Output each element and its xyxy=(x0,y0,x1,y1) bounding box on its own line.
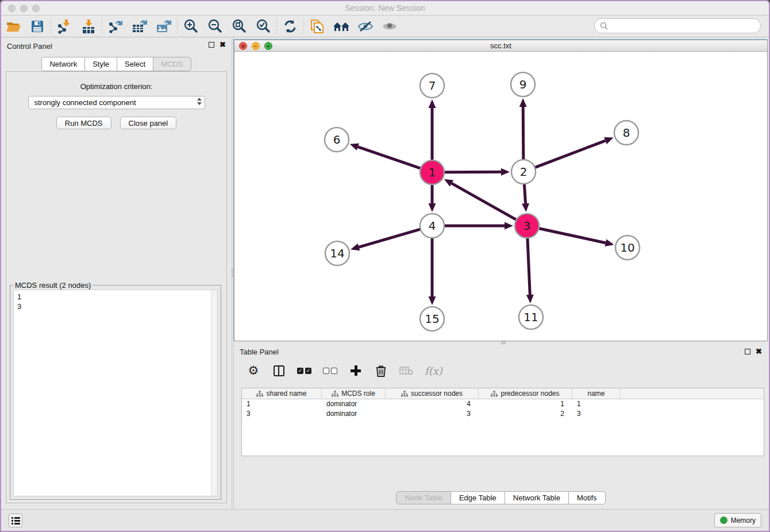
cell-shared-name[interactable]: 3 xyxy=(242,409,322,419)
toolbar-separator xyxy=(276,18,277,34)
import-network-icon[interactable] xyxy=(52,18,76,35)
node-table[interactable]: shared nameMCDS rolesuccessor nodesprede… xyxy=(241,388,764,456)
toolbar-separator xyxy=(177,18,178,34)
result-scrollbar[interactable] xyxy=(211,290,217,496)
column-header-predecessor-nodes[interactable]: predecessor nodes xyxy=(479,388,572,399)
cell-name[interactable]: 3 xyxy=(572,409,621,419)
network-graph[interactable]: 7968124314101511 xyxy=(234,52,768,341)
edge-3-10[interactable] xyxy=(539,228,606,242)
cell-successor-nodes[interactable]: 3 xyxy=(386,409,479,419)
edge-arrow xyxy=(519,98,527,107)
app-window: Session: New Session xyxy=(0,0,770,532)
save-session-icon[interactable] xyxy=(25,18,49,35)
open-file-icon[interactable] xyxy=(1,18,25,35)
main-toolbar xyxy=(1,16,769,37)
tab-network-table[interactable]: Network Table xyxy=(505,491,569,504)
control-panel-tabs: NetworkStyleSelectMCDS xyxy=(1,57,232,71)
column-view-icon[interactable] xyxy=(272,364,286,377)
edge-2-3[interactable] xyxy=(524,184,525,203)
show-all-icon[interactable] xyxy=(378,18,402,35)
edge-4-14[interactable] xyxy=(359,229,420,247)
tab-select[interactable]: Select xyxy=(117,57,153,71)
network-canvas[interactable]: 7968124314101511 xyxy=(234,52,767,341)
edge-1-2[interactable] xyxy=(444,172,501,172)
memory-status-icon xyxy=(720,516,727,524)
toolbar-separator xyxy=(51,18,51,34)
control-panel: Control Panel ✖ NetworkStyleSelectMCDS O… xyxy=(1,37,232,509)
tab-node-table[interactable]: Node Table xyxy=(396,491,451,504)
table-header-row[interactable]: shared nameMCDS rolesuccessor nodesprede… xyxy=(242,388,764,399)
column-header-MCDS-role[interactable]: MCDS role xyxy=(322,388,386,399)
edge-arrow xyxy=(605,239,614,246)
float-table-panel-icon[interactable] xyxy=(745,349,750,354)
export-table-icon[interactable] xyxy=(128,18,152,35)
optimization-label: Optimization criterion: xyxy=(6,82,226,91)
cell-MCDS-role[interactable]: dominator xyxy=(322,399,386,409)
deselect-all-rows-icon[interactable] xyxy=(323,364,337,377)
close-table-panel-icon[interactable]: ✖ xyxy=(756,349,762,354)
table-tabs: Node TableEdge TableNetwork TableMotifs xyxy=(234,491,768,504)
column-header-name[interactable]: name xyxy=(572,388,621,399)
edge-1-6[interactable] xyxy=(358,147,421,169)
criterion-dropdown[interactable]: strongly connected component xyxy=(28,96,205,109)
criterion-value: strongly connected component xyxy=(34,98,136,107)
network-window: ✕ − + scc.txt 7968124314101511 xyxy=(234,40,768,341)
tab-network[interactable]: Network xyxy=(41,57,85,71)
float-panel-icon[interactable] xyxy=(209,42,214,48)
search-icon xyxy=(600,22,608,30)
search-box[interactable] xyxy=(594,18,761,33)
add-column-icon[interactable] xyxy=(349,364,363,377)
mcds-result-legend: MCDS result (2 nodes) xyxy=(13,281,93,290)
delete-table-icon[interactable] xyxy=(399,364,413,377)
search-input[interactable] xyxy=(608,22,760,30)
cell-MCDS-role[interactable]: dominator xyxy=(322,409,386,419)
close-panel-icon[interactable]: ✖ xyxy=(220,42,226,48)
graph-node-label: 8 xyxy=(623,126,630,140)
export-network-icon[interactable] xyxy=(103,18,128,35)
edge-2-8[interactable] xyxy=(535,141,606,168)
table-settings-icon[interactable]: ⚙ xyxy=(247,364,260,377)
column-header-shared-name[interactable]: shared name xyxy=(242,388,322,399)
graph-node-label: 9 xyxy=(519,78,527,91)
cell-predecessor-nodes[interactable]: 1 xyxy=(479,399,572,409)
tab-motifs[interactable]: Motifs xyxy=(569,491,606,504)
ndex-houses-icon[interactable] xyxy=(329,18,353,35)
tab-style[interactable]: Style xyxy=(85,57,117,71)
cell-successor-nodes[interactable]: 4 xyxy=(386,399,479,409)
close-panel-button[interactable]: Close panel xyxy=(120,117,177,129)
edge-3-11[interactable] xyxy=(528,238,530,295)
import-table-icon[interactable] xyxy=(76,18,101,35)
zoom-fit-icon[interactable] xyxy=(227,18,251,35)
task-history-button[interactable] xyxy=(9,514,22,527)
edge-arrow xyxy=(429,296,436,305)
hide-selected-icon[interactable] xyxy=(353,18,378,35)
export-image-icon[interactable] xyxy=(152,18,176,35)
edge-arrow xyxy=(522,203,529,212)
refresh-view-icon[interactable] xyxy=(278,18,302,35)
tab-mcds[interactable]: MCDS xyxy=(153,57,191,71)
cell-name[interactable]: 1 xyxy=(572,399,621,409)
result-lines: 1 3 xyxy=(17,292,21,311)
zoom-selected-icon[interactable] xyxy=(251,18,275,35)
cell-predecessor-nodes[interactable]: 2 xyxy=(479,409,572,419)
tab-edge-table[interactable]: Edge Table xyxy=(451,491,505,504)
select-all-rows-icon[interactable]: ✓✓ xyxy=(297,364,311,377)
cell-shared-name[interactable]: 1 xyxy=(242,399,322,409)
delete-column-icon[interactable] xyxy=(374,364,388,377)
zoom-out-icon[interactable] xyxy=(203,18,227,35)
edge-3-1[interactable] xyxy=(452,183,517,220)
table-row[interactable]: 1dominator411 xyxy=(242,399,764,409)
table-panel-title: Table Panel xyxy=(240,348,279,356)
edge-arrow xyxy=(604,137,613,144)
column-header-successor-nodes[interactable]: successor nodes xyxy=(386,388,479,399)
function-builder-icon[interactable]: f(x) xyxy=(425,364,442,377)
mcds-result-text[interactable]: 1 3 xyxy=(13,290,218,496)
table-row[interactable]: 3dominator323 xyxy=(242,409,764,419)
zoom-in-icon[interactable] xyxy=(179,18,203,35)
graph-node-label: 4 xyxy=(429,219,436,233)
clone-network-icon[interactable] xyxy=(305,18,329,35)
run-mcds-button[interactable]: Run MCDS xyxy=(56,117,111,129)
memory-button[interactable]: Memory xyxy=(714,513,761,527)
edge-2-9[interactable] xyxy=(523,107,523,160)
network-window-titlebar[interactable]: ✕ − + scc.txt xyxy=(234,40,767,52)
